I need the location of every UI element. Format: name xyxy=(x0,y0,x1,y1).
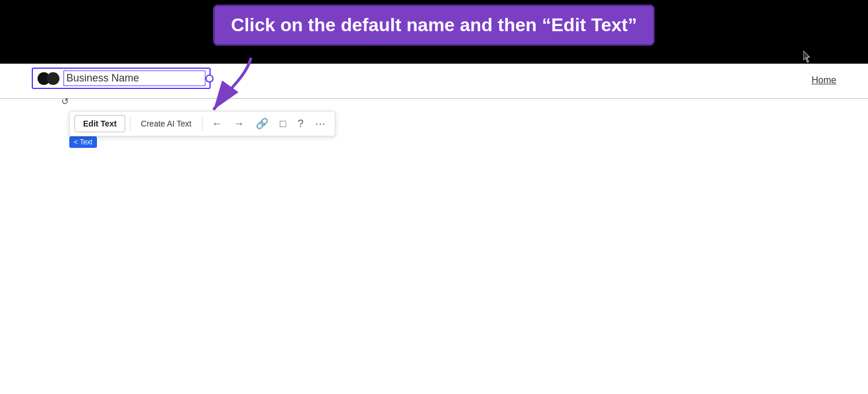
create-ai-text-button[interactable]: Create AI Text xyxy=(135,116,197,132)
instruction-banner: Click on the default name and then “Edit… xyxy=(213,5,654,46)
resize-handle[interactable] xyxy=(205,75,214,83)
text-breadcrumb-badge[interactable]: < Text xyxy=(69,136,97,148)
business-name-input[interactable] xyxy=(64,71,205,86)
back-arrow-button[interactable]: ← xyxy=(207,114,227,133)
business-name-block[interactable] xyxy=(32,68,211,89)
undo-btn-inner[interactable]: ↺ xyxy=(58,94,72,108)
more-button[interactable]: ⋯ xyxy=(310,114,330,133)
link-icon: 🔗 xyxy=(256,117,268,130)
forward-arrow-button[interactable]: → xyxy=(229,114,249,133)
back-arrow-icon: ← xyxy=(212,118,222,130)
toolbar-divider-1 xyxy=(130,117,130,131)
help-button[interactable]: ? xyxy=(293,114,308,133)
home-link[interactable]: Home xyxy=(811,75,836,86)
logo-icon xyxy=(38,72,59,85)
bottom-green-line xyxy=(0,98,868,99)
edit-text-button[interactable]: Edit Text xyxy=(74,115,125,132)
link-button[interactable]: 🔗 xyxy=(251,114,273,133)
top-green-line xyxy=(0,64,868,64)
home-link-text: Home xyxy=(811,75,836,85)
instruction-text: Click on the default name and then “Edit… xyxy=(231,14,637,35)
comment-button[interactable]: □ xyxy=(275,114,291,133)
context-toolbar: Edit Text Create AI Text ← → 🔗 □ ? ⋯ xyxy=(69,111,335,136)
text-badge-label: < Text xyxy=(74,138,92,146)
logo-circle-right xyxy=(47,72,59,85)
comment-icon: □ xyxy=(280,118,286,130)
undo-button[interactable]: ↺ xyxy=(58,94,72,108)
help-icon: ? xyxy=(298,118,304,130)
toolbar-divider-2 xyxy=(202,117,203,131)
more-icon: ⋯ xyxy=(315,117,326,130)
forward-arrow-icon: → xyxy=(234,118,244,130)
